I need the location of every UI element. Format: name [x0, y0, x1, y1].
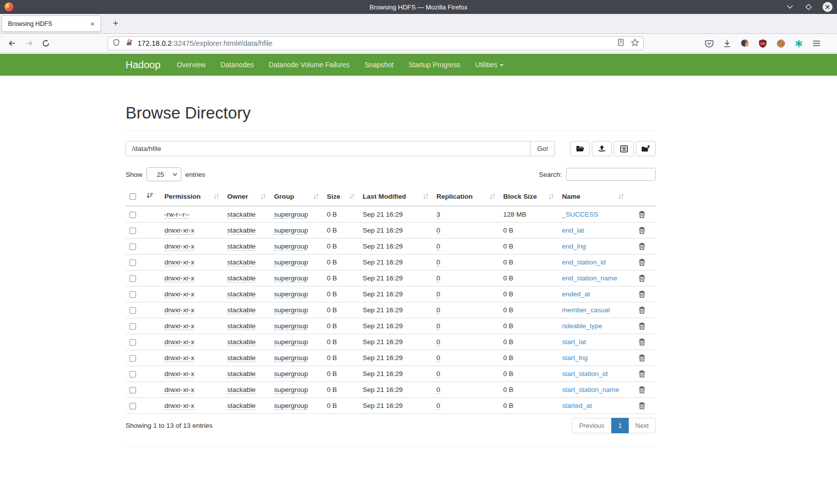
- file-name-link[interactable]: end_station_id: [562, 258, 606, 266]
- group-cell[interactable]: supergroup: [274, 306, 308, 314]
- back-button[interactable]: [5, 36, 19, 50]
- file-name-link[interactable]: started_at: [562, 402, 592, 409]
- file-name-link[interactable]: end_lat: [562, 227, 584, 234]
- pagination-next[interactable]: Next: [629, 418, 656, 433]
- group-cell[interactable]: supergroup: [274, 322, 308, 330]
- directory-path-input[interactable]: [126, 141, 531, 156]
- row-checkbox[interactable]: [130, 212, 136, 218]
- tab-close-icon[interactable]: ×: [88, 19, 97, 28]
- owner-cell[interactable]: stackable: [227, 338, 256, 346]
- navbar-brand-hadoop[interactable]: Hadoop: [126, 59, 160, 71]
- permission-cell[interactable]: drwxr-xr-x: [164, 386, 194, 394]
- file-name-link[interactable]: member_casual: [562, 306, 610, 314]
- select-all-checkbox[interactable]: [130, 193, 136, 200]
- row-checkbox[interactable]: [130, 307, 136, 314]
- replication-cell[interactable]: 0: [436, 274, 440, 282]
- permission-cell[interactable]: drwxr-xr-x: [164, 227, 194, 235]
- delete-button[interactable]: [639, 370, 645, 378]
- reload-button[interactable]: [39, 36, 53, 50]
- create-directory-button[interactable]: [570, 141, 590, 156]
- file-name-link[interactable]: start_lng: [562, 354, 588, 362]
- row-checkbox[interactable]: [130, 323, 136, 330]
- permission-cell[interactable]: drwxr-xr-x: [164, 338, 194, 346]
- permission-cell[interactable]: drwxr-xr-x: [164, 274, 194, 282]
- permission-cell[interactable]: drwxr-xr-x: [164, 354, 194, 362]
- column-header-replication[interactable]: Replication: [432, 186, 499, 206]
- column-header-group[interactable]: Group: [270, 186, 323, 206]
- row-checkbox[interactable]: [130, 259, 136, 266]
- delete-button[interactable]: [639, 402, 645, 409]
- nav-item-overview[interactable]: Overview: [169, 61, 213, 69]
- permission-cell[interactable]: drwxr-xr-x: [164, 402, 194, 410]
- owner-cell[interactable]: stackable: [227, 402, 256, 410]
- delete-button[interactable]: [639, 386, 645, 393]
- upload-files-button[interactable]: [592, 141, 612, 156]
- owner-cell[interactable]: stackable: [227, 290, 256, 298]
- file-name-link[interactable]: ended_at: [562, 290, 590, 298]
- bookmark-star-icon[interactable]: [631, 38, 639, 49]
- replication-cell[interactable]: 0: [436, 290, 440, 298]
- replication-cell[interactable]: 0: [436, 227, 440, 235]
- row-checkbox[interactable]: [130, 403, 136, 409]
- permission-cell[interactable]: drwxr-xr-x: [164, 322, 194, 330]
- owner-cell[interactable]: stackable: [227, 354, 256, 362]
- search-input[interactable]: [566, 168, 656, 181]
- insecure-lock-icon[interactable]: [125, 38, 134, 49]
- delete-button[interactable]: [639, 322, 645, 330]
- nav-item-startup-progress[interactable]: Startup Progress: [401, 61, 468, 69]
- group-cell[interactable]: supergroup: [274, 338, 308, 346]
- owner-cell[interactable]: stackable: [227, 227, 256, 235]
- group-cell[interactable]: supergroup: [274, 227, 308, 235]
- group-cell[interactable]: supergroup: [274, 274, 308, 282]
- owner-cell[interactable]: stackable: [227, 322, 256, 330]
- delete-button[interactable]: [639, 290, 645, 298]
- replication-cell[interactable]: 0: [436, 370, 440, 378]
- column-header-last-modified[interactable]: Last Modified: [359, 186, 432, 206]
- row-checkbox[interactable]: [130, 228, 136, 234]
- replication-cell[interactable]: 0: [436, 243, 440, 251]
- download-icon[interactable]: [721, 38, 732, 49]
- row-checkbox[interactable]: [130, 387, 136, 393]
- minimize-icon[interactable]: [784, 1, 795, 12]
- delete-button[interactable]: [639, 274, 645, 282]
- delete-button[interactable]: [639, 211, 645, 218]
- replication-cell[interactable]: 0: [436, 258, 440, 266]
- reader-view-icon[interactable]: [617, 38, 625, 48]
- permission-cell[interactable]: drwxr-xr-x: [164, 370, 194, 378]
- owner-cell[interactable]: stackable: [227, 258, 256, 266]
- group-cell[interactable]: supergroup: [274, 370, 308, 378]
- maximize-icon[interactable]: [803, 1, 814, 12]
- row-checkbox[interactable]: [130, 371, 136, 378]
- column-header-owner[interactable]: Owner: [223, 186, 270, 206]
- group-cell[interactable]: supergroup: [274, 258, 308, 266]
- row-checkbox[interactable]: [130, 355, 136, 362]
- delete-button[interactable]: [639, 227, 645, 234]
- shield-icon[interactable]: [112, 38, 121, 49]
- nav-item-datanodes[interactable]: Datanodes: [213, 61, 262, 69]
- owner-cell[interactable]: stackable: [227, 274, 256, 282]
- column-header-name[interactable]: Name: [558, 186, 628, 206]
- group-cell[interactable]: supergroup: [274, 290, 308, 298]
- permission-cell[interactable]: drwxr-xr-x: [164, 290, 194, 298]
- nav-item-snapshot[interactable]: Snapshot: [357, 61, 401, 69]
- nav-item-datanode-volume-failures[interactable]: Datanode Volume Failures: [261, 61, 357, 69]
- row-checkbox[interactable]: [130, 291, 136, 298]
- row-checkbox[interactable]: [130, 244, 136, 250]
- group-cell[interactable]: supergroup: [274, 402, 308, 410]
- file-name-link[interactable]: _SUCCESS: [562, 211, 598, 218]
- pagination-previous[interactable]: Previous: [572, 418, 611, 433]
- file-name-link[interactable]: end_lng: [562, 243, 586, 250]
- pocket-icon[interactable]: [703, 38, 714, 49]
- replication-cell[interactable]: 0: [436, 306, 440, 314]
- cut-paste-button[interactable]: [636, 141, 656, 156]
- new-tab-button[interactable]: +: [108, 16, 123, 31]
- replication-cell[interactable]: 0: [436, 402, 440, 410]
- delete-button[interactable]: [639, 243, 645, 250]
- row-checkbox[interactable]: [130, 275, 136, 282]
- asterisk-extension-icon[interactable]: [793, 38, 804, 49]
- page-size-select[interactable]: 25: [146, 167, 181, 181]
- replication-cell[interactable]: 3: [436, 211, 440, 219]
- owner-cell[interactable]: stackable: [227, 211, 256, 219]
- permission-cell[interactable]: drwxr-xr-x: [164, 258, 194, 266]
- permission-cell[interactable]: drwxr-xr-x: [164, 243, 194, 251]
